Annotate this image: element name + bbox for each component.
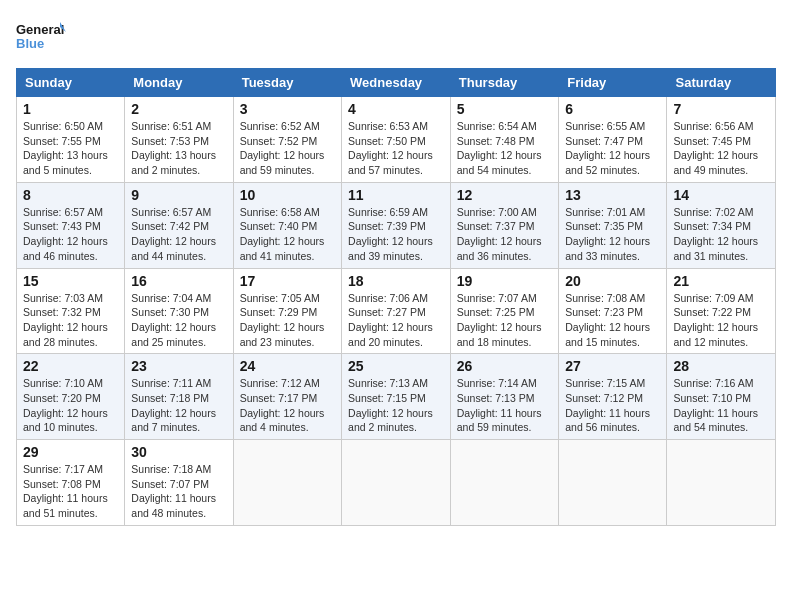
day-cell: 7Sunrise: 6:56 AM Sunset: 7:45 PM Daylig… bbox=[667, 97, 776, 183]
weekday-header-wednesday: Wednesday bbox=[342, 69, 451, 97]
day-cell bbox=[667, 440, 776, 526]
day-info: Sunrise: 6:54 AM Sunset: 7:48 PM Dayligh… bbox=[457, 119, 553, 178]
weekday-header-thursday: Thursday bbox=[450, 69, 559, 97]
day-info: Sunrise: 7:03 AM Sunset: 7:32 PM Dayligh… bbox=[23, 291, 118, 350]
day-cell: 20Sunrise: 7:08 AM Sunset: 7:23 PM Dayli… bbox=[559, 268, 667, 354]
day-info: Sunrise: 7:00 AM Sunset: 7:37 PM Dayligh… bbox=[457, 205, 553, 264]
day-number: 5 bbox=[457, 101, 553, 117]
day-info: Sunrise: 6:55 AM Sunset: 7:47 PM Dayligh… bbox=[565, 119, 660, 178]
page-header: General Blue bbox=[16, 16, 776, 56]
day-cell: 19Sunrise: 7:07 AM Sunset: 7:25 PM Dayli… bbox=[450, 268, 559, 354]
day-number: 24 bbox=[240, 358, 335, 374]
day-number: 28 bbox=[673, 358, 769, 374]
day-cell bbox=[559, 440, 667, 526]
day-cell bbox=[233, 440, 341, 526]
day-cell: 4Sunrise: 6:53 AM Sunset: 7:50 PM Daylig… bbox=[342, 97, 451, 183]
day-number: 26 bbox=[457, 358, 553, 374]
day-number: 7 bbox=[673, 101, 769, 117]
day-info: Sunrise: 7:15 AM Sunset: 7:12 PM Dayligh… bbox=[565, 376, 660, 435]
day-number: 22 bbox=[23, 358, 118, 374]
day-cell: 1Sunrise: 6:50 AM Sunset: 7:55 PM Daylig… bbox=[17, 97, 125, 183]
day-number: 3 bbox=[240, 101, 335, 117]
day-number: 8 bbox=[23, 187, 118, 203]
day-info: Sunrise: 7:12 AM Sunset: 7:17 PM Dayligh… bbox=[240, 376, 335, 435]
day-cell: 6Sunrise: 6:55 AM Sunset: 7:47 PM Daylig… bbox=[559, 97, 667, 183]
day-cell: 29Sunrise: 7:17 AM Sunset: 7:08 PM Dayli… bbox=[17, 440, 125, 526]
day-cell: 3Sunrise: 6:52 AM Sunset: 7:52 PM Daylig… bbox=[233, 97, 341, 183]
day-cell: 13Sunrise: 7:01 AM Sunset: 7:35 PM Dayli… bbox=[559, 182, 667, 268]
day-cell: 25Sunrise: 7:13 AM Sunset: 7:15 PM Dayli… bbox=[342, 354, 451, 440]
logo-svg: General Blue bbox=[16, 16, 66, 56]
day-info: Sunrise: 6:59 AM Sunset: 7:39 PM Dayligh… bbox=[348, 205, 444, 264]
day-cell: 5Sunrise: 6:54 AM Sunset: 7:48 PM Daylig… bbox=[450, 97, 559, 183]
day-number: 2 bbox=[131, 101, 226, 117]
day-info: Sunrise: 7:02 AM Sunset: 7:34 PM Dayligh… bbox=[673, 205, 769, 264]
day-cell: 8Sunrise: 6:57 AM Sunset: 7:43 PM Daylig… bbox=[17, 182, 125, 268]
day-cell: 24Sunrise: 7:12 AM Sunset: 7:17 PM Dayli… bbox=[233, 354, 341, 440]
day-info: Sunrise: 7:08 AM Sunset: 7:23 PM Dayligh… bbox=[565, 291, 660, 350]
day-info: Sunrise: 7:17 AM Sunset: 7:08 PM Dayligh… bbox=[23, 462, 118, 521]
week-row-5: 29Sunrise: 7:17 AM Sunset: 7:08 PM Dayli… bbox=[17, 440, 776, 526]
day-number: 16 bbox=[131, 273, 226, 289]
day-cell: 10Sunrise: 6:58 AM Sunset: 7:40 PM Dayli… bbox=[233, 182, 341, 268]
day-number: 11 bbox=[348, 187, 444, 203]
svg-text:General: General bbox=[16, 22, 64, 37]
day-number: 21 bbox=[673, 273, 769, 289]
day-info: Sunrise: 7:16 AM Sunset: 7:10 PM Dayligh… bbox=[673, 376, 769, 435]
day-info: Sunrise: 7:10 AM Sunset: 7:20 PM Dayligh… bbox=[23, 376, 118, 435]
day-info: Sunrise: 7:01 AM Sunset: 7:35 PM Dayligh… bbox=[565, 205, 660, 264]
day-cell: 15Sunrise: 7:03 AM Sunset: 7:32 PM Dayli… bbox=[17, 268, 125, 354]
day-cell: 30Sunrise: 7:18 AM Sunset: 7:07 PM Dayli… bbox=[125, 440, 233, 526]
day-info: Sunrise: 7:09 AM Sunset: 7:22 PM Dayligh… bbox=[673, 291, 769, 350]
day-cell: 11Sunrise: 6:59 AM Sunset: 7:39 PM Dayli… bbox=[342, 182, 451, 268]
week-row-2: 8Sunrise: 6:57 AM Sunset: 7:43 PM Daylig… bbox=[17, 182, 776, 268]
day-info: Sunrise: 7:11 AM Sunset: 7:18 PM Dayligh… bbox=[131, 376, 226, 435]
day-cell: 2Sunrise: 6:51 AM Sunset: 7:53 PM Daylig… bbox=[125, 97, 233, 183]
weekday-header-row: SundayMondayTuesdayWednesdayThursdayFrid… bbox=[17, 69, 776, 97]
day-cell bbox=[342, 440, 451, 526]
day-number: 13 bbox=[565, 187, 660, 203]
day-number: 14 bbox=[673, 187, 769, 203]
day-info: Sunrise: 7:04 AM Sunset: 7:30 PM Dayligh… bbox=[131, 291, 226, 350]
day-info: Sunrise: 6:58 AM Sunset: 7:40 PM Dayligh… bbox=[240, 205, 335, 264]
day-info: Sunrise: 7:14 AM Sunset: 7:13 PM Dayligh… bbox=[457, 376, 553, 435]
day-number: 15 bbox=[23, 273, 118, 289]
day-number: 12 bbox=[457, 187, 553, 203]
day-info: Sunrise: 6:51 AM Sunset: 7:53 PM Dayligh… bbox=[131, 119, 226, 178]
day-info: Sunrise: 6:50 AM Sunset: 7:55 PM Dayligh… bbox=[23, 119, 118, 178]
day-number: 17 bbox=[240, 273, 335, 289]
day-cell: 9Sunrise: 6:57 AM Sunset: 7:42 PM Daylig… bbox=[125, 182, 233, 268]
day-number: 4 bbox=[348, 101, 444, 117]
day-info: Sunrise: 6:53 AM Sunset: 7:50 PM Dayligh… bbox=[348, 119, 444, 178]
day-number: 19 bbox=[457, 273, 553, 289]
day-number: 30 bbox=[131, 444, 226, 460]
day-number: 18 bbox=[348, 273, 444, 289]
weekday-header-saturday: Saturday bbox=[667, 69, 776, 97]
day-number: 6 bbox=[565, 101, 660, 117]
weekday-header-sunday: Sunday bbox=[17, 69, 125, 97]
logo: General Blue bbox=[16, 16, 66, 56]
svg-text:Blue: Blue bbox=[16, 36, 44, 51]
week-row-4: 22Sunrise: 7:10 AM Sunset: 7:20 PM Dayli… bbox=[17, 354, 776, 440]
day-cell: 14Sunrise: 7:02 AM Sunset: 7:34 PM Dayli… bbox=[667, 182, 776, 268]
weekday-header-monday: Monday bbox=[125, 69, 233, 97]
weekday-header-friday: Friday bbox=[559, 69, 667, 97]
day-cell bbox=[450, 440, 559, 526]
day-cell: 27Sunrise: 7:15 AM Sunset: 7:12 PM Dayli… bbox=[559, 354, 667, 440]
day-cell: 16Sunrise: 7:04 AM Sunset: 7:30 PM Dayli… bbox=[125, 268, 233, 354]
day-number: 9 bbox=[131, 187, 226, 203]
calendar-table: SundayMondayTuesdayWednesdayThursdayFrid… bbox=[16, 68, 776, 526]
day-cell: 23Sunrise: 7:11 AM Sunset: 7:18 PM Dayli… bbox=[125, 354, 233, 440]
day-info: Sunrise: 6:52 AM Sunset: 7:52 PM Dayligh… bbox=[240, 119, 335, 178]
day-cell: 18Sunrise: 7:06 AM Sunset: 7:27 PM Dayli… bbox=[342, 268, 451, 354]
day-info: Sunrise: 6:56 AM Sunset: 7:45 PM Dayligh… bbox=[673, 119, 769, 178]
day-number: 23 bbox=[131, 358, 226, 374]
day-cell: 22Sunrise: 7:10 AM Sunset: 7:20 PM Dayli… bbox=[17, 354, 125, 440]
day-info: Sunrise: 7:06 AM Sunset: 7:27 PM Dayligh… bbox=[348, 291, 444, 350]
day-cell: 12Sunrise: 7:00 AM Sunset: 7:37 PM Dayli… bbox=[450, 182, 559, 268]
day-cell: 28Sunrise: 7:16 AM Sunset: 7:10 PM Dayli… bbox=[667, 354, 776, 440]
day-number: 25 bbox=[348, 358, 444, 374]
day-info: Sunrise: 7:13 AM Sunset: 7:15 PM Dayligh… bbox=[348, 376, 444, 435]
week-row-1: 1Sunrise: 6:50 AM Sunset: 7:55 PM Daylig… bbox=[17, 97, 776, 183]
day-info: Sunrise: 7:18 AM Sunset: 7:07 PM Dayligh… bbox=[131, 462, 226, 521]
